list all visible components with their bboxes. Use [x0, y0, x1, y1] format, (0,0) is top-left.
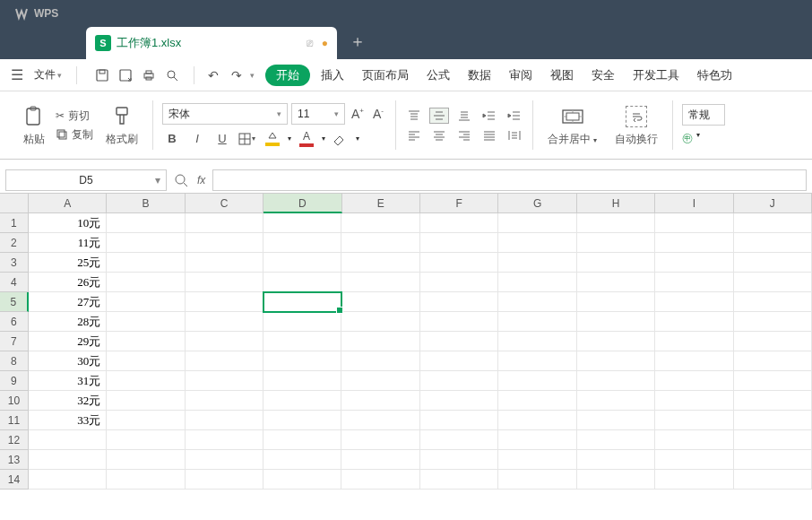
cell[interactable] [655, 391, 733, 411]
cell[interactable] [341, 332, 419, 351]
cell[interactable] [107, 213, 185, 233]
cell[interactable] [655, 213, 733, 233]
cell[interactable] [341, 273, 419, 292]
cell[interactable]: 10元 [29, 213, 107, 233]
cell[interactable] [577, 233, 655, 253]
cell[interactable] [577, 391, 655, 411]
cell[interactable] [107, 273, 185, 292]
align-center-button[interactable] [430, 128, 448, 143]
cell[interactable] [420, 312, 498, 332]
cell[interactable] [655, 273, 733, 292]
cell[interactable] [341, 430, 419, 450]
cell[interactable] [577, 411, 655, 430]
row-header[interactable]: 1 [0, 213, 29, 233]
cell[interactable] [263, 470, 341, 490]
cell[interactable] [577, 371, 655, 391]
tab-data[interactable]: 数据 [461, 64, 498, 87]
cell[interactable] [186, 371, 263, 391]
row-header[interactable]: 13 [0, 450, 29, 470]
chevron-down-icon[interactable]: ▾ [250, 71, 255, 80]
cell[interactable] [186, 213, 263, 233]
cell[interactable] [341, 391, 419, 411]
cell[interactable] [186, 470, 263, 490]
cell[interactable] [498, 273, 576, 292]
cell[interactable]: 32元 [29, 391, 107, 411]
tab-view[interactable]: 视图 [543, 64, 581, 87]
cell[interactable] [29, 430, 107, 450]
align-justify-button[interactable] [480, 128, 498, 143]
cell[interactable] [655, 411, 733, 430]
row-header[interactable]: 11 [0, 411, 29, 430]
app-logo[interactable]: WPS [7, 3, 65, 24]
tab-security[interactable]: 安全 [584, 64, 622, 87]
cut-button[interactable]: ✂ 剪切 [56, 108, 93, 124]
column-header[interactable]: H [577, 194, 655, 213]
cell[interactable] [420, 430, 498, 450]
cell[interactable] [263, 292, 341, 312]
chevron-down-icon[interactable]: ▾ [696, 131, 700, 146]
cell[interactable] [498, 253, 576, 273]
decrease-indent-button[interactable] [480, 108, 498, 123]
tab-page-layout[interactable]: 页面布局 [355, 64, 416, 87]
save-as-icon[interactable] [118, 68, 138, 82]
cell[interactable] [263, 411, 341, 430]
cell[interactable] [655, 430, 733, 450]
select-all-corner[interactable] [0, 194, 29, 213]
cell[interactable]: 29元 [29, 332, 107, 351]
cell[interactable] [734, 213, 812, 233]
cell[interactable] [263, 351, 341, 371]
cell[interactable] [420, 470, 498, 490]
merge-center-button[interactable]: 合并居中 ▾ [542, 101, 602, 149]
cell[interactable] [341, 351, 419, 371]
cell[interactable] [420, 351, 498, 371]
font-size-select[interactable]: 11 ▾ [291, 103, 345, 125]
cell[interactable] [186, 233, 263, 253]
cell[interactable] [420, 450, 498, 470]
zoom-icon[interactable] [174, 173, 188, 187]
cell[interactable] [186, 253, 263, 273]
cell[interactable] [263, 371, 341, 391]
row-header[interactable]: 9 [0, 371, 29, 391]
cell[interactable] [186, 312, 263, 332]
cell[interactable] [107, 312, 185, 332]
column-header[interactable]: A [29, 194, 107, 213]
cell[interactable] [498, 292, 576, 312]
cell[interactable] [263, 273, 341, 292]
cell[interactable] [341, 470, 419, 490]
cell[interactable] [341, 371, 419, 391]
cell[interactable] [498, 332, 576, 351]
cell[interactable] [734, 351, 812, 371]
cell[interactable] [420, 273, 498, 292]
cell[interactable] [186, 450, 263, 470]
document-tab[interactable]: S 工作簿1.xlsx ⎚ ● [86, 27, 337, 59]
cell[interactable] [498, 430, 576, 450]
cell[interactable] [577, 292, 655, 312]
cell[interactable]: 31元 [29, 371, 107, 391]
bold-button[interactable]: B [162, 132, 182, 145]
column-header[interactable]: F [420, 194, 498, 213]
cell[interactable] [655, 351, 733, 371]
cell[interactable] [186, 430, 263, 450]
column-header[interactable]: J [734, 194, 812, 213]
align-bottom-button[interactable] [455, 108, 473, 123]
cell[interactable] [655, 450, 733, 470]
file-menu[interactable]: 文件 ▾ [30, 65, 65, 84]
row-header[interactable]: 12 [0, 430, 29, 450]
paste-button[interactable]: 粘贴 [18, 101, 50, 149]
cell[interactable] [498, 411, 576, 430]
cell[interactable] [498, 391, 576, 411]
cell[interactable] [498, 371, 576, 391]
cell[interactable] [107, 371, 185, 391]
wrap-text-button[interactable]: 自动换行 [609, 101, 663, 149]
chevron-down-icon[interactable]: ▾ [322, 134, 325, 143]
tab-dev-tools[interactable]: 开发工具 [626, 64, 687, 87]
cell[interactable] [734, 253, 812, 273]
cell[interactable] [577, 450, 655, 470]
cell[interactable] [420, 292, 498, 312]
cell[interactable] [186, 273, 263, 292]
cell[interactable] [186, 351, 263, 371]
cell[interactable] [734, 450, 812, 470]
cell[interactable] [263, 332, 341, 351]
cell[interactable] [420, 391, 498, 411]
cell[interactable] [498, 233, 576, 253]
